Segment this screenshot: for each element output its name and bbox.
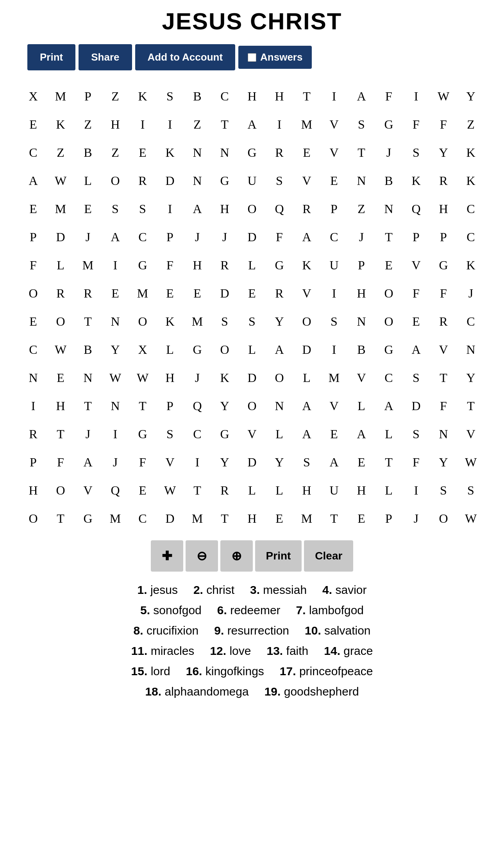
grid-cell[interactable]: A	[348, 420, 375, 448]
grid-cell[interactable]: E	[20, 307, 47, 335]
grid-cell[interactable]: T	[211, 504, 238, 532]
grid-cell[interactable]: V	[430, 335, 457, 364]
add-to-account-button[interactable]: Add to Account	[135, 44, 236, 70]
grid-cell[interactable]: O	[47, 307, 74, 335]
grid-cell[interactable]: A	[293, 420, 320, 448]
grid-cell[interactable]: E	[156, 279, 184, 307]
grid-cell[interactable]: Y	[211, 392, 238, 420]
grid-cell[interactable]: P	[402, 223, 430, 251]
grid-cell[interactable]: N	[266, 392, 293, 420]
grid-cell[interactable]: I	[156, 195, 184, 223]
grid-cell[interactable]: T	[184, 476, 211, 504]
grid-cell[interactable]: P	[20, 448, 47, 476]
grid-cell[interactable]: J	[211, 223, 238, 251]
grid-cell[interactable]: D	[47, 223, 74, 251]
grid-cell[interactable]: M	[74, 251, 102, 279]
grid-cell[interactable]: J	[74, 223, 102, 251]
grid-cell[interactable]: E	[348, 448, 375, 476]
grid-cell[interactable]: Y	[457, 82, 484, 110]
grid-cell[interactable]: V	[320, 110, 348, 138]
grid-cell[interactable]: A	[74, 448, 102, 476]
grid-cell[interactable]: K	[293, 251, 320, 279]
grid-cell[interactable]: M	[293, 504, 320, 532]
grid-cell[interactable]: P	[430, 223, 457, 251]
grid-cell[interactable]: Y	[102, 335, 129, 364]
grid-cell[interactable]: Z	[348, 195, 375, 223]
grid-cell[interactable]: A	[184, 195, 211, 223]
grid-cell[interactable]: T	[320, 504, 348, 532]
grid-cell[interactable]: F	[430, 110, 457, 138]
grid-cell[interactable]: V	[156, 448, 184, 476]
grid-cell[interactable]: G	[375, 110, 402, 138]
grid-cell[interactable]: E	[375, 251, 402, 279]
grid-cell[interactable]: O	[102, 167, 129, 195]
grid-cell[interactable]: H	[20, 476, 47, 504]
grid-cell[interactable]: K	[211, 364, 238, 392]
grid-cell[interactable]: T	[129, 392, 156, 420]
grid-cell[interactable]: L	[47, 251, 74, 279]
grid-cell[interactable]: R	[293, 195, 320, 223]
grid-cell[interactable]: F	[402, 110, 430, 138]
grid-cell[interactable]: O	[129, 307, 156, 335]
grid-cell[interactable]: M	[184, 504, 211, 532]
grid-cell[interactable]: D	[238, 448, 266, 476]
grid-cell[interactable]: G	[266, 251, 293, 279]
grid-cell[interactable]: G	[129, 420, 156, 448]
grid-cell[interactable]: I	[102, 420, 129, 448]
grid-cell[interactable]: C	[129, 504, 156, 532]
grid-cell[interactable]: V	[238, 420, 266, 448]
clear-button[interactable]: Clear	[304, 540, 353, 572]
grid-cell[interactable]: J	[402, 504, 430, 532]
grid-cell[interactable]: D	[211, 279, 238, 307]
grid-cell[interactable]: H	[102, 110, 129, 138]
grid-cell[interactable]: G	[74, 504, 102, 532]
grid-cell[interactable]: C	[375, 364, 402, 392]
grid-cell[interactable]: N	[375, 195, 402, 223]
grid-cell[interactable]: T	[293, 82, 320, 110]
grid-cell[interactable]: R	[430, 167, 457, 195]
grid-cell[interactable]: C	[129, 223, 156, 251]
grid-cell[interactable]: L	[238, 335, 266, 364]
grid-cell[interactable]: S	[402, 138, 430, 167]
grid-cell[interactable]: Z	[184, 110, 211, 138]
grid-cell[interactable]: B	[74, 138, 102, 167]
grid-cell[interactable]: E	[129, 138, 156, 167]
grid-cell[interactable]: B	[348, 335, 375, 364]
grid-cell[interactable]: I	[320, 82, 348, 110]
grid-cell[interactable]: I	[184, 448, 211, 476]
grid-cell[interactable]: L	[348, 392, 375, 420]
grid-cell[interactable]: K	[129, 82, 156, 110]
grid-cell[interactable]: T	[375, 448, 402, 476]
grid-cell[interactable]: C	[457, 307, 484, 335]
grid-cell[interactable]: O	[430, 504, 457, 532]
grid-cell[interactable]: W	[156, 476, 184, 504]
grid-cell[interactable]: E	[184, 279, 211, 307]
grid-cell[interactable]: P	[20, 223, 47, 251]
grid-cell[interactable]: C	[211, 82, 238, 110]
grid-cell[interactable]: D	[402, 392, 430, 420]
grid-cell[interactable]: S	[266, 167, 293, 195]
grid-cell[interactable]: V	[402, 251, 430, 279]
grid-cell[interactable]: S	[402, 364, 430, 392]
grid-cell[interactable]: W	[102, 364, 129, 392]
grid-cell[interactable]: Z	[102, 82, 129, 110]
grid-cell[interactable]: L	[293, 364, 320, 392]
grid-cell[interactable]: O	[238, 392, 266, 420]
grid-cell[interactable]: S	[293, 448, 320, 476]
grid-cell[interactable]: C	[20, 138, 47, 167]
grid-cell[interactable]: L	[375, 476, 402, 504]
grid-cell[interactable]: G	[184, 335, 211, 364]
grid-cell[interactable]: Y	[457, 364, 484, 392]
grid-cell[interactable]: S	[156, 82, 184, 110]
grid-cell[interactable]: R	[20, 420, 47, 448]
grid-cell[interactable]: S	[211, 307, 238, 335]
grid-cell[interactable]: A	[102, 223, 129, 251]
grid-cell[interactable]: S	[156, 420, 184, 448]
grid-cell[interactable]: N	[211, 138, 238, 167]
grid-cell[interactable]: C	[20, 335, 47, 364]
grid-cell[interactable]: E	[266, 504, 293, 532]
grid-cell[interactable]: O	[238, 195, 266, 223]
grid-cell[interactable]: H	[348, 279, 375, 307]
grid-cell[interactable]: N	[102, 392, 129, 420]
grid-cell[interactable]: R	[430, 307, 457, 335]
